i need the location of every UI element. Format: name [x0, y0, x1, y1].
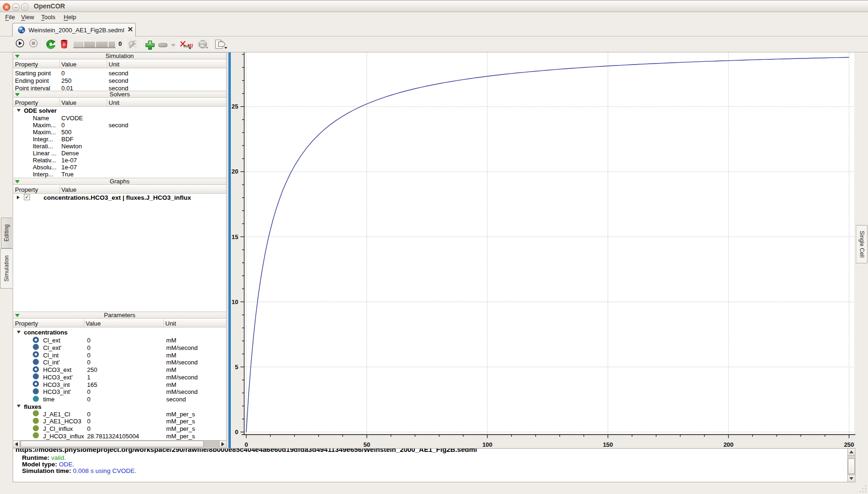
svg-text:10: 10	[232, 298, 238, 305]
svg-text:50: 50	[363, 441, 370, 448]
svg-text:150: 150	[603, 441, 613, 448]
svg-text:20: 20	[232, 168, 238, 175]
svg-text:250: 250	[844, 441, 854, 448]
svg-text:ML: ML	[187, 44, 193, 48]
svg-text:ML: ML	[200, 44, 205, 47]
svg-text:15: 15	[232, 233, 238, 240]
svg-text:0: 0	[235, 429, 238, 436]
svg-text:0: 0	[244, 441, 248, 448]
svg-text:25: 25	[232, 103, 238, 110]
svg-text:100: 100	[482, 441, 493, 448]
svg-text:200: 200	[723, 441, 734, 448]
svg-text:5: 5	[235, 363, 238, 370]
